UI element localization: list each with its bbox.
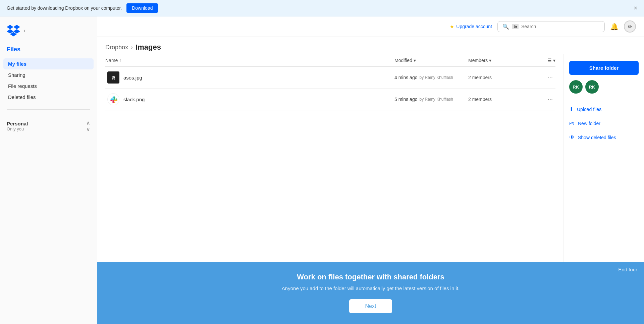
file-modified-asos: 4 mins ago by Ramy Khufflash [394, 75, 468, 80]
download-button[interactable]: Download [126, 3, 158, 13]
show-deleted-files-button[interactable]: 👁 Show deleted files [569, 133, 639, 142]
personal-chevron-button[interactable]: ∧∨ [86, 120, 90, 132]
file-list: Name ↑ Modified ▾ Members ▾ [97, 54, 564, 262]
col-name-header: Name ↑ [105, 58, 394, 63]
file-more-button-asos[interactable]: ··· [545, 73, 555, 83]
col-actions-header: ☰ ▾ [529, 58, 555, 63]
tour-subtitle: Anyone you add to the folder will automa… [105, 285, 636, 291]
user-avatar-button[interactable]: ☺ [624, 20, 636, 33]
notification-button[interactable]: 🔔 [610, 22, 619, 31]
col-modified-header: Modified ▾ [394, 58, 468, 63]
share-folder-button[interactable]: Share folder [569, 61, 639, 75]
breadcrumb-current: Images [136, 43, 161, 52]
members-avatars: RK RK [569, 80, 639, 94]
file-modified-slack: 5 mins ago by Ramy Khufflash [394, 97, 468, 102]
sidebar-item-sharing[interactable]: Sharing [3, 69, 94, 80]
file-icon-slack [105, 93, 121, 105]
avatar-icon: ☺ [627, 23, 633, 30]
table-header: Name ↑ Modified ▾ Members ▾ [105, 54, 555, 67]
search-bar[interactable]: 🔍 🗁 [497, 21, 605, 32]
sidebar-divider [7, 109, 90, 110]
table-row[interactable]: a asos.jpg 4 mins ago by Ramy Khufflash … [105, 67, 555, 89]
sidebar-item-deleted-files[interactable]: Deleted files [3, 92, 94, 103]
breadcrumb-root[interactable]: Dropbox [105, 44, 128, 51]
sidebar-logo: ‹ [0, 23, 97, 46]
members-sort-icon: ▾ [489, 58, 491, 63]
panel-divider [569, 99, 639, 99]
file-members-slack: 2 members [468, 97, 529, 102]
name-sort-icon: ↑ [119, 58, 121, 63]
view-chevron-icon: ▾ [553, 58, 555, 63]
col-members-header: Members ▾ [468, 58, 529, 63]
tour-title: Work on files together with shared folde… [105, 273, 636, 281]
banner-close-button[interactable]: × [634, 5, 637, 11]
search-input[interactable] [521, 24, 600, 29]
banner-content: Get started by downloading Dropbox on yo… [7, 3, 158, 13]
modified-sort-icon: ▾ [414, 58, 416, 63]
files-label: Files [0, 46, 97, 58]
upload-icon: ⬆ [569, 106, 574, 112]
right-panel: Share folder RK RK ⬆ Upload files 🗁 New … [564, 54, 644, 262]
member-avatar-1: RK [569, 80, 583, 94]
file-name-slack: slack.png [123, 97, 145, 102]
file-area: Name ↑ Modified ▾ Members ▾ [97, 54, 644, 262]
notification-icon: 🔔 [610, 23, 619, 30]
new-folder-button[interactable]: 🗁 New folder [569, 119, 639, 128]
slack-logo-icon [109, 95, 118, 104]
personal-subtitle: Only you [7, 126, 28, 131]
modified-sort-button[interactable]: Modified ▾ [394, 58, 416, 63]
sidebar-item-file-requests[interactable]: File requests [3, 80, 94, 92]
dropbox-logo-icon [7, 23, 20, 37]
upgrade-account-button[interactable]: ★ Upgrade account [450, 24, 492, 29]
tour-next-button[interactable]: Next [349, 299, 392, 313]
banner-message: Get started by downloading Dropbox on yo… [7, 5, 122, 11]
folder-icon: 🗁 [569, 120, 575, 126]
main-layout: ‹ Files My files Sharing File requests D… [0, 16, 644, 324]
sidebar-item-my-files[interactable]: My files [3, 58, 94, 69]
member-avatar-2: RK [585, 80, 599, 94]
table-row[interactable]: slack.png 5 mins ago by Ramy Khufflash 2… [105, 89, 555, 110]
download-banner: Get started by downloading Dropbox on yo… [0, 0, 644, 16]
breadcrumb-separator: › [131, 44, 133, 51]
star-icon: ★ [450, 24, 454, 29]
file-more-button-slack[interactable]: ··· [545, 95, 555, 104]
breadcrumb: Dropbox › Images [97, 37, 644, 54]
view-toggle-button[interactable]: ☰ ▾ [547, 58, 555, 63]
file-icon-asos: a [105, 71, 121, 84]
sidebar-collapse-icon: ‹ [23, 27, 25, 34]
upload-files-button[interactable]: ⬆ Upload files [569, 105, 639, 114]
members-sort-button[interactable]: Members ▾ [468, 58, 491, 63]
sidebar: ‹ Files My files Sharing File requests D… [0, 16, 97, 324]
personal-title: Personal [7, 121, 28, 126]
file-members-asos: 2 members [468, 75, 529, 80]
view-list-icon: ☰ [547, 58, 552, 63]
tour-banner: End tour Work on files together with sha… [97, 262, 644, 324]
eye-icon: 👁 [569, 134, 575, 141]
content-area: ★ Upgrade account 🔍 🗁 🔔 ☺ Dropbox › Imag… [97, 16, 644, 324]
sidebar-nav: My files Sharing File requests Deleted f… [0, 58, 97, 103]
end-tour-button[interactable]: End tour [618, 267, 637, 272]
content-header: ★ Upgrade account 🔍 🗁 🔔 ☺ [97, 16, 644, 37]
search-icon: 🔍 [502, 23, 509, 30]
name-sort-button[interactable]: Name ↑ [105, 58, 121, 63]
search-folder-icon: 🗁 [512, 24, 519, 29]
sidebar-personal: Personal Only you ∧∨ [0, 116, 97, 136]
file-name-asos: asos.jpg [123, 75, 142, 80]
sidebar-collapse-button[interactable] [7, 23, 20, 38]
